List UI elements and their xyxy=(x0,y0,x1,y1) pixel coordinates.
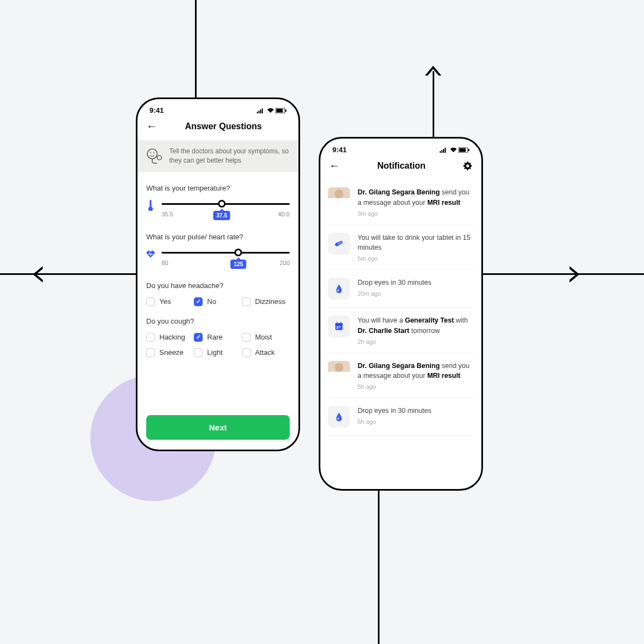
slider-max: 40.0 xyxy=(278,211,290,217)
checkbox-icon[interactable] xyxy=(146,333,155,342)
svg-point-29 xyxy=(337,417,339,419)
banner-text: Tell the doctors about your symptoms, so… xyxy=(169,147,291,165)
notification-item[interactable]: Drop eyes in 30 minutes20m ago xyxy=(328,270,474,308)
diagram-hline-right xyxy=(482,273,644,275)
option-label: Rare xyxy=(207,333,222,341)
option-dizziness[interactable]: Dizziness xyxy=(242,297,290,306)
slider-value: 37.5 xyxy=(213,211,230,220)
notification-time: 3m ago xyxy=(358,210,474,217)
back-icon[interactable]: ← xyxy=(329,159,340,172)
svg-rect-6 xyxy=(285,110,286,112)
diagram-vline-top xyxy=(195,0,197,99)
option-hacking[interactable]: Hacking xyxy=(146,333,194,342)
phone-questions: 9:41 ← Answer Questions Tell the doctors… xyxy=(136,97,300,451)
option-no[interactable]: No xyxy=(194,297,242,306)
notification-text: You will have a Generality Test with Dr.… xyxy=(358,315,474,336)
svg-point-10 xyxy=(157,156,162,160)
option-label: Hacking xyxy=(159,333,185,341)
question-temp: What is your temperature? xyxy=(146,184,290,192)
heart-rate-icon xyxy=(146,249,155,260)
notification-item[interactable]: You will take to drink your tablet in 15… xyxy=(328,225,474,271)
option-attack[interactable]: Attack xyxy=(242,348,290,357)
arrow-up-icon xyxy=(425,66,441,77)
svg-rect-27 xyxy=(339,326,341,327)
battery-icon xyxy=(275,108,286,113)
slider-min: 35.5 xyxy=(162,211,173,217)
notification-item[interactable]: Dr. Gilang Segara Bening send you a mess… xyxy=(328,353,474,399)
slider-min: 80 xyxy=(162,260,168,266)
slider-pulse[interactable]: 80 200 125 xyxy=(162,249,290,272)
svg-rect-2 xyxy=(260,110,261,113)
checkbox-icon[interactable] xyxy=(194,297,203,306)
notification-item[interactable]: You will have a Generality Test with Dr.… xyxy=(328,308,474,353)
svg-rect-26 xyxy=(337,326,338,327)
page-title: Answer Questions xyxy=(157,122,290,131)
checkbox-icon[interactable] xyxy=(194,348,203,357)
svg-rect-17 xyxy=(468,149,469,151)
svg-rect-28 xyxy=(337,328,338,329)
svg-rect-14 xyxy=(445,148,446,153)
notification-time: 5m ago xyxy=(358,255,474,262)
notification-time: 2h ago xyxy=(358,338,474,345)
notification-text: Dr. Gilang Segara Bening send you a mess… xyxy=(358,361,474,382)
diagram-arrow-up-stem xyxy=(433,71,434,137)
drop-icon xyxy=(328,278,350,300)
option-light[interactable]: Light xyxy=(194,348,242,357)
cal-icon xyxy=(328,315,350,337)
gear-icon[interactable] xyxy=(463,161,473,171)
arrow-right-icon xyxy=(568,266,579,285)
status-icons xyxy=(440,147,469,153)
status-time: 9:41 xyxy=(332,146,347,154)
option-rare[interactable]: Rare xyxy=(194,333,242,342)
wifi-icon xyxy=(267,108,274,113)
back-icon[interactable]: ← xyxy=(146,120,157,133)
option-yes[interactable]: Yes xyxy=(146,297,194,306)
status-icons xyxy=(257,108,286,113)
checkbox-icon[interactable] xyxy=(146,297,155,306)
page-title: Notification xyxy=(340,161,463,171)
notification-item[interactable]: Dr. Gilang Segara Bening send you a mess… xyxy=(328,180,474,225)
notification-time: 20m ago xyxy=(358,290,474,297)
svg-rect-12 xyxy=(441,150,442,153)
checkbox-icon[interactable] xyxy=(242,348,251,357)
checkbox-icon[interactable] xyxy=(146,348,155,357)
svg-rect-13 xyxy=(443,149,444,153)
svg-rect-23 xyxy=(335,323,342,325)
pill-icon xyxy=(328,233,350,255)
notification-text: You will take to drink your tablet in 15… xyxy=(358,233,474,254)
avatar xyxy=(328,361,350,383)
question-cough: Do you cough? xyxy=(146,317,290,325)
option-label: Moist xyxy=(255,333,272,341)
option-sneeze[interactable]: Sneeze xyxy=(146,348,194,357)
notification-item[interactable]: Drop eyes in 30 minutes6h ago xyxy=(328,398,474,436)
status-bar: 9:41 xyxy=(320,139,481,154)
svg-rect-16 xyxy=(459,148,466,152)
header: ← Answer Questions xyxy=(137,114,298,140)
slider-temperature[interactable]: 35.5 40.0 37.5 xyxy=(162,200,290,223)
status-time: 9:41 xyxy=(150,106,164,114)
svg-point-7 xyxy=(147,149,157,159)
svg-rect-3 xyxy=(262,108,263,113)
avatar xyxy=(328,187,350,209)
svg-point-21 xyxy=(337,289,339,291)
signal-icon xyxy=(440,147,449,153)
slider-value: 125 xyxy=(231,260,246,269)
svg-point-8 xyxy=(150,152,151,153)
drop-icon xyxy=(328,406,350,428)
svg-rect-25 xyxy=(341,322,342,324)
svg-point-18 xyxy=(466,164,469,167)
option-moist[interactable]: Moist xyxy=(242,333,290,342)
checkbox-icon[interactable] xyxy=(242,297,251,306)
option-label: Light xyxy=(207,348,222,357)
notification-text: Drop eyes in 30 minutes xyxy=(358,406,474,416)
battery-icon xyxy=(458,147,469,153)
svg-rect-11 xyxy=(440,151,441,153)
question-pulse: What is your pulse/ heart rate? xyxy=(146,233,290,241)
phone-notifications: 9:41 ← Notification Dr. Gilang Segara Be… xyxy=(319,137,483,491)
next-button[interactable]: Next xyxy=(146,415,290,440)
checkbox-icon[interactable] xyxy=(194,333,203,342)
notification-time: 6h ago xyxy=(358,418,474,425)
slider-max: 200 xyxy=(280,260,290,266)
checkbox-icon[interactable] xyxy=(242,333,251,342)
svg-rect-1 xyxy=(258,111,260,113)
